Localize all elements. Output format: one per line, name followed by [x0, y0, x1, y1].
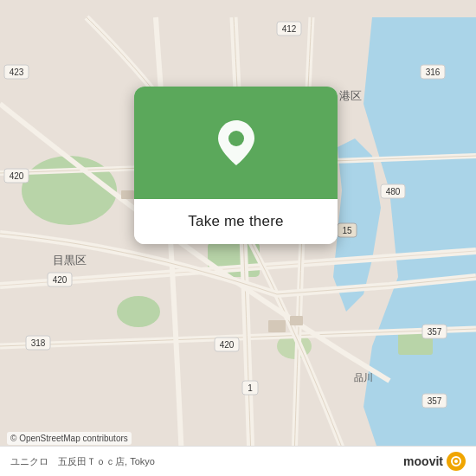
take-me-there-button[interactable]: Take me there	[134, 199, 338, 244]
location-pin-icon	[218, 120, 254, 165]
moovit-logo: moovit	[403, 452, 466, 471]
moovit-text: moovit	[403, 454, 443, 468]
svg-text:品川: 品川	[354, 372, 373, 383]
osm-attribution: © OpenStreetMap contributors	[7, 432, 132, 445]
map-container: 412 423 420 420 420 318 港区 目黒区 15 480 31…	[0, 0, 476, 476]
svg-text:480: 480	[386, 187, 401, 196]
svg-rect-47	[268, 320, 286, 332]
svg-text:420: 420	[10, 171, 24, 181]
svg-text:423: 423	[10, 68, 24, 77]
svg-point-7	[117, 296, 160, 327]
city-name: Tokyo	[130, 456, 155, 466]
svg-text:357: 357	[428, 396, 442, 406]
moovit-dot	[447, 452, 466, 471]
footer-left: ユニクロ 五反田Ｔｏｃ店, Tokyo	[10, 455, 155, 468]
svg-text:港区: 港区	[339, 89, 362, 102]
svg-text:318: 318	[31, 338, 46, 348]
svg-rect-48	[290, 316, 303, 325]
popup-card: Take me there	[134, 87, 338, 244]
svg-text:420: 420	[220, 340, 235, 350]
footer: ユニクロ 五反田Ｔｏｃ店, Tokyo moovit	[0, 446, 476, 476]
popup-map-preview	[134, 87, 338, 199]
svg-text:15: 15	[342, 226, 352, 235]
place-name: ユニクロ 五反田Ｔｏｃ店	[10, 456, 125, 466]
footer-right: moovit	[403, 452, 466, 471]
svg-point-51	[454, 460, 458, 463]
svg-text:1: 1	[248, 383, 253, 393]
svg-text:420: 420	[53, 275, 68, 285]
svg-text:316: 316	[426, 68, 441, 77]
svg-text:357: 357	[428, 327, 442, 337]
svg-rect-43	[121, 190, 134, 199]
svg-point-49	[228, 131, 244, 146]
svg-text:412: 412	[282, 24, 297, 34]
svg-point-4	[22, 156, 117, 225]
svg-text:目黒区: 目黒区	[53, 254, 87, 267]
